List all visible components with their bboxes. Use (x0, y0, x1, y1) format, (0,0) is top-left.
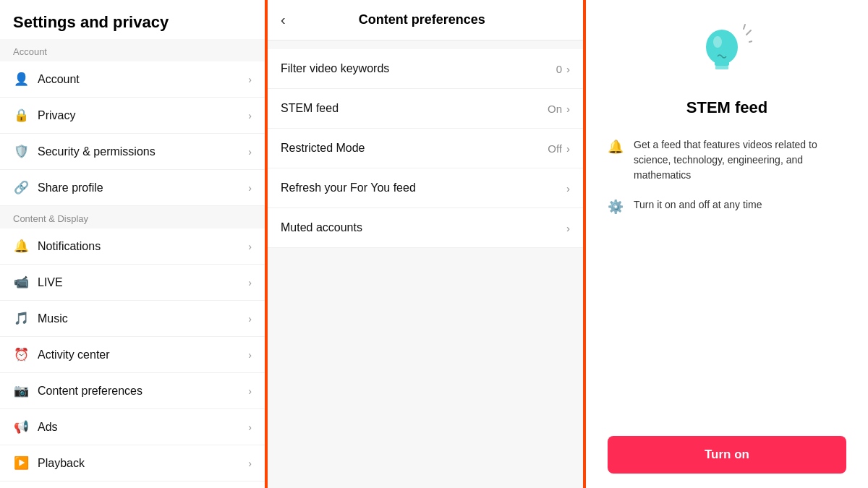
content-item-refresh-feed[interactable]: Refresh your For You feed› (268, 168, 583, 208)
muted-accounts-right: › (566, 222, 570, 234)
share-profile-label: Share profile (38, 181, 103, 194)
content-item-muted-accounts[interactable]: Muted accounts› (268, 208, 583, 248)
activity-label: Activity center (38, 348, 110, 361)
restricted-mode-value: Off (548, 142, 562, 155)
share-profile-chevron: › (248, 182, 252, 194)
right-panel: STEM feed 🔔Get a feed that features vide… (586, 0, 868, 488)
filter-keywords-chevron: › (566, 63, 570, 75)
live-icon: 📹 (13, 275, 29, 290)
music-chevron: › (248, 313, 252, 325)
feed-description-text: Get a feed that features videos related … (634, 137, 846, 183)
back-button[interactable]: ‹ (281, 12, 286, 28)
privacy-label: Privacy (38, 109, 75, 122)
left-panel: Settings and privacy Account👤Account›🔒Pr… (0, 0, 268, 488)
ads-label: Ads (38, 421, 58, 434)
refresh-feed-chevron: › (566, 182, 570, 194)
content-item-restricted-mode[interactable]: Restricted ModeOff› (268, 129, 583, 168)
stem-feed-value: On (548, 103, 562, 115)
svg-line-0 (746, 30, 751, 35)
stem-feed-chevron: › (566, 103, 570, 115)
security-chevron: › (248, 146, 252, 158)
privacy-icon: 🔒 (13, 108, 29, 123)
svg-point-6 (713, 36, 722, 48)
activity-chevron: › (248, 349, 252, 361)
security-icon: 🛡️ (13, 144, 29, 159)
activity-icon: ⏰ (13, 347, 29, 362)
feed-description-icon: 🔔 (608, 139, 624, 155)
filter-keywords-label: Filter video keywords (281, 62, 389, 75)
restricted-mode-chevron: › (566, 142, 570, 155)
svg-line-1 (749, 40, 752, 42)
stem-illustration (694, 22, 760, 87)
music-label: Music (38, 312, 68, 325)
muted-accounts-label: Muted accounts (281, 221, 362, 234)
playback-chevron: › (248, 458, 252, 469)
menu-item-music[interactable]: 🎵Music› (0, 301, 265, 337)
menu-item-content-prefs[interactable]: 📷Content preferences› (0, 373, 265, 409)
menu-item-playback[interactable]: ▶️Playback› (0, 445, 265, 481)
music-icon: 🎵 (13, 311, 29, 326)
muted-accounts-chevron: › (566, 222, 570, 234)
menu-item-ads[interactable]: 📢Ads› (0, 409, 265, 445)
restricted-mode-label: Restricted Mode (281, 142, 365, 155)
content-prefs-label: Content preferences (38, 385, 142, 398)
middle-panel-title: Content preferences (294, 12, 570, 27)
menu-item-language[interactable]: 🅰Language› (0, 481, 265, 488)
live-chevron: › (248, 277, 252, 288)
account-chevron: › (248, 74, 252, 85)
playback-icon: ▶️ (13, 455, 29, 471)
content-list: Filter video keywords0›STEM feedOn›Restr… (268, 49, 583, 248)
toggle-description-text: Turn it on and off at any time (634, 197, 762, 213)
content-item-stem-feed[interactable]: STEM feedOn› (268, 89, 583, 129)
menu-item-share-profile[interactable]: 🔗Share profile› (0, 170, 265, 206)
section-label-content-&-display: Content & Display (0, 206, 265, 228)
ads-icon: 📢 (13, 419, 29, 435)
filter-keywords-value: 0 (556, 63, 562, 75)
section-label-account: Account (0, 39, 265, 61)
account-label: Account (38, 73, 80, 86)
content-item-filter-keywords[interactable]: Filter video keywords0› (268, 49, 583, 89)
privacy-chevron: › (248, 110, 252, 121)
svg-rect-5 (715, 66, 728, 69)
refresh-feed-right: › (566, 182, 570, 194)
feature-item-feed-description: 🔔Get a feed that features videos related… (608, 137, 846, 183)
svg-line-2 (744, 25, 745, 29)
share-profile-icon: 🔗 (13, 180, 29, 195)
menu-item-account[interactable]: 👤Account› (0, 61, 265, 98)
svg-rect-4 (715, 61, 729, 66)
stem-feed-right: On› (548, 103, 570, 115)
stem-feed-title: STEM feed (686, 98, 767, 117)
notifications-icon: 🔔 (13, 239, 29, 254)
turn-on-button[interactable]: Turn on (608, 436, 846, 474)
stem-feed-label: STEM feed (281, 102, 339, 115)
playback-label: Playback (38, 457, 85, 470)
security-label: Security & permissions (38, 145, 156, 158)
feature-list: 🔔Get a feed that features videos related… (608, 137, 846, 215)
svg-point-3 (706, 30, 738, 64)
filter-keywords-right: 0› (556, 63, 570, 75)
live-label: LIVE (38, 276, 63, 289)
menu-item-activity[interactable]: ⏰Activity center› (0, 337, 265, 373)
notifications-label: Notifications (38, 240, 101, 253)
menu-item-notifications[interactable]: 🔔Notifications› (0, 228, 265, 265)
refresh-feed-label: Refresh your For You feed (281, 181, 416, 194)
ads-chevron: › (248, 421, 252, 433)
toggle-description-icon: ⚙️ (608, 199, 624, 215)
menu-item-live[interactable]: 📹LIVE› (0, 265, 265, 301)
restricted-mode-right: Off› (548, 142, 570, 155)
feature-item-toggle-description: ⚙️Turn it on and off at any time (608, 197, 846, 215)
content-prefs-chevron: › (248, 385, 252, 397)
content-prefs-icon: 📷 (13, 383, 29, 398)
menu-item-security[interactable]: 🛡️Security & permissions› (0, 134, 265, 170)
settings-title: Settings and privacy (0, 0, 265, 39)
menu-item-privacy[interactable]: 🔒Privacy› (0, 98, 265, 134)
middle-panel: ‹ Content preferences Filter video keywo… (268, 0, 586, 488)
middle-header: ‹ Content preferences (268, 0, 583, 40)
notifications-chevron: › (248, 241, 252, 252)
account-icon: 👤 (13, 72, 29, 87)
